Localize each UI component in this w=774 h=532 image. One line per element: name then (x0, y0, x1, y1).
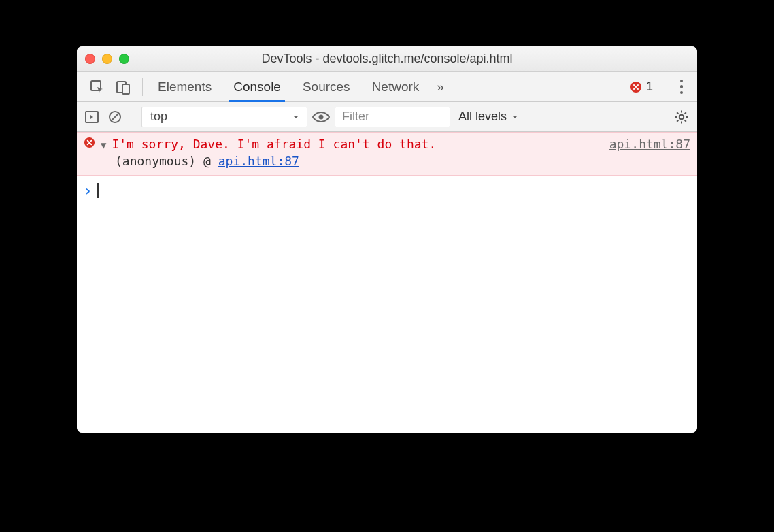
minimize-window-button[interactable] (102, 54, 112, 64)
overflow-glyph: » (437, 80, 444, 95)
tabs-right-controls: 1 (626, 72, 692, 101)
svg-line-15 (677, 120, 678, 121)
maximize-window-button[interactable] (119, 54, 129, 64)
error-stack: (anonymous) @ api.html:87 (84, 151, 690, 168)
tab-label: Network (372, 80, 420, 95)
console-toolbar: top All levels (77, 102, 697, 132)
error-icon (630, 81, 642, 93)
svg-line-14 (685, 120, 686, 121)
svg-point-7 (319, 114, 324, 119)
prompt-caret-icon: › (84, 182, 92, 199)
stack-frame-link[interactable]: api.html:87 (218, 154, 299, 168)
console-output: ▼ I'm sorry, Dave. I'm afraid I can't do… (77, 132, 697, 433)
error-message: I'm sorry, Dave. I'm afraid I can't do t… (112, 137, 436, 151)
inspect-element-icon[interactable] (88, 78, 107, 97)
panel-tabs: Elements Console Sources Network (147, 72, 430, 101)
tab-label: Console (233, 80, 281, 95)
main-tabs-bar: Elements Console Sources Network » 1 (77, 72, 697, 102)
console-error-entry: ▼ I'm sorry, Dave. I'm afraid I can't do… (77, 132, 697, 176)
devtools-window: DevTools - devtools.glitch.me/console/ap… (77, 46, 697, 433)
execution-context-select[interactable]: top (141, 107, 307, 127)
inspect-controls (82, 72, 138, 101)
chevron-down-icon (292, 113, 300, 121)
stack-at: @ (203, 154, 211, 168)
filter-input[interactable] (335, 107, 450, 127)
error-count: 1 (646, 80, 653, 94)
console-prompt[interactable]: › (77, 176, 697, 205)
stack-frame-label: (anonymous) (115, 154, 196, 168)
error-source-link[interactable]: api.html:87 (609, 137, 690, 151)
clear-console-icon[interactable] (105, 107, 124, 127)
console-settings-icon[interactable] (671, 107, 692, 127)
close-window-button[interactable] (85, 54, 95, 64)
tab-network[interactable]: Network (361, 72, 431, 101)
toggle-console-sidebar-icon[interactable] (82, 107, 101, 127)
level-value: All levels (458, 110, 507, 124)
window-title: DevTools - devtools.glitch.me/console/ap… (77, 52, 697, 66)
tab-elements[interactable]: Elements (147, 72, 222, 101)
error-count-indicator[interactable]: 1 (626, 80, 657, 94)
disclosure-triangle-icon[interactable]: ▼ (101, 139, 106, 150)
svg-line-13 (677, 112, 678, 114)
separator (142, 78, 143, 96)
svg-rect-2 (122, 84, 129, 94)
error-icon (84, 137, 95, 148)
svg-line-6 (111, 113, 119, 121)
tabs-overflow-button[interactable]: » (430, 72, 451, 101)
text-cursor (97, 183, 99, 198)
tab-label: Sources (303, 80, 350, 95)
chevron-down-icon (511, 113, 519, 121)
context-value: top (150, 110, 167, 124)
more-options-button[interactable] (674, 77, 689, 97)
titlebar: DevTools - devtools.glitch.me/console/ap… (77, 46, 697, 72)
live-expression-icon[interactable] (312, 107, 331, 127)
tab-console[interactable]: Console (222, 72, 292, 101)
tab-sources[interactable]: Sources (292, 72, 361, 101)
error-row: ▼ I'm sorry, Dave. I'm afraid I can't do… (84, 137, 690, 151)
device-toolbar-icon[interactable] (114, 78, 133, 97)
svg-point-8 (679, 114, 684, 118)
tab-label: Elements (158, 80, 212, 95)
window-controls (85, 54, 129, 64)
log-level-select[interactable]: All levels (454, 110, 523, 124)
svg-line-16 (685, 112, 686, 114)
